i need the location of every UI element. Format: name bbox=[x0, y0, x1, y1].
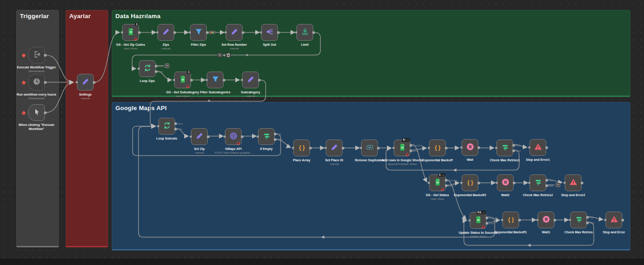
output-port[interactable] bbox=[312, 31, 315, 34]
output-port[interactable] bbox=[241, 135, 243, 138]
output-port[interactable] bbox=[377, 147, 380, 149]
node-box[interactable] bbox=[28, 74, 45, 91]
node-stop-and-error1[interactable]: Stop and Error1 bbox=[516, 139, 559, 162]
node-box[interactable] bbox=[565, 174, 582, 191]
input-port[interactable] bbox=[241, 79, 243, 81]
input-port[interactable] bbox=[536, 219, 539, 221]
input-port[interactable] bbox=[189, 31, 191, 34]
output-port[interactable] bbox=[553, 219, 556, 222]
input-port[interactable] bbox=[528, 182, 530, 184]
node-box[interactable] bbox=[326, 140, 343, 156]
output-port[interactable] bbox=[621, 219, 624, 222]
output-port[interactable] bbox=[277, 31, 280, 34]
node-box[interactable] bbox=[28, 104, 45, 121]
node-box[interactable]: doneloop bbox=[158, 118, 175, 135]
output-port-error[interactable] bbox=[445, 184, 448, 187]
node-box[interactable]: 1 bbox=[122, 24, 139, 41]
input-port[interactable] bbox=[224, 135, 226, 138]
output-port[interactable] bbox=[477, 182, 480, 184]
output-port[interactable] bbox=[309, 147, 312, 149]
output-port-success[interactable] bbox=[445, 179, 448, 182]
node-box[interactable] bbox=[157, 24, 174, 41]
output-port-error[interactable] bbox=[486, 222, 488, 225]
node-box[interactable]: { } bbox=[502, 212, 519, 228]
add-node-button[interactable]: + bbox=[165, 63, 169, 68]
output-port[interactable] bbox=[445, 147, 448, 149]
output-port[interactable] bbox=[518, 219, 521, 222]
node-box[interactable]: { } bbox=[429, 140, 446, 156]
node-box[interactable]: truefalse bbox=[496, 140, 513, 156]
node-execute-workflow-trigger[interactable]: Execute Workflow Trigger(Deactivated) bbox=[15, 47, 58, 73]
output-port-false[interactable] bbox=[274, 138, 277, 141]
output-port[interactable] bbox=[44, 54, 47, 57]
output-port-done[interactable] bbox=[174, 122, 177, 125]
input-port[interactable] bbox=[224, 31, 227, 34]
output-port-done[interactable] bbox=[155, 65, 157, 67]
connection-midpoint-dot[interactable] bbox=[246, 54, 248, 56]
input-port[interactable] bbox=[495, 147, 497, 149]
input-port[interactable] bbox=[428, 147, 430, 149]
output-port-false[interactable] bbox=[545, 184, 548, 187]
node-box[interactable] bbox=[606, 212, 622, 228]
output-port[interactable] bbox=[513, 182, 515, 184]
input-port[interactable] bbox=[569, 219, 571, 221]
input-port[interactable] bbox=[76, 81, 78, 83]
output-port[interactable] bbox=[545, 146, 548, 149]
node-box[interactable] bbox=[530, 139, 546, 156]
output-port-true[interactable] bbox=[545, 179, 548, 182]
node-box[interactable] bbox=[497, 174, 514, 191]
input-port[interactable] bbox=[138, 67, 140, 70]
input-port[interactable] bbox=[563, 182, 566, 184]
output-port-success[interactable] bbox=[486, 217, 488, 219]
node-stop-and-error[interactable]: Stop and Error bbox=[592, 212, 635, 234]
input-port[interactable] bbox=[360, 147, 362, 149]
node-box[interactable] bbox=[296, 24, 313, 41]
output-port-true[interactable] bbox=[512, 144, 515, 147]
node-box[interactable] bbox=[226, 24, 243, 41]
node-box[interactable] bbox=[28, 47, 45, 63]
input-port[interactable] bbox=[121, 31, 123, 34]
output-port[interactable] bbox=[44, 81, 47, 84]
add-node-button[interactable]: + bbox=[556, 183, 560, 187]
output-port-true[interactable] bbox=[274, 133, 277, 135]
add-node-on-connection-button[interactable]: + bbox=[217, 53, 222, 58]
output-port[interactable] bbox=[223, 79, 225, 82]
node-box[interactable]: truefalse bbox=[570, 212, 587, 228]
output-port-success[interactable] bbox=[410, 144, 412, 147]
input-port[interactable] bbox=[428, 182, 430, 184]
output-port[interactable] bbox=[258, 79, 261, 82]
node-manual-trigger[interactable]: When clicking "Execute Workflow" bbox=[15, 104, 58, 131]
output-port[interactable] bbox=[242, 31, 244, 34]
node-box[interactable] bbox=[462, 139, 478, 156]
node-box[interactable] bbox=[77, 74, 94, 91]
output-port-false[interactable] bbox=[586, 222, 589, 224]
input-port[interactable] bbox=[460, 182, 463, 184]
node-box[interactable] bbox=[242, 72, 259, 88]
output-port-false[interactable] bbox=[512, 149, 515, 152]
node-box[interactable] bbox=[261, 24, 278, 41]
output-port[interactable] bbox=[190, 79, 193, 82]
input-port[interactable] bbox=[468, 219, 471, 222]
input-port[interactable] bbox=[460, 146, 463, 149]
input-port[interactable] bbox=[156, 31, 158, 34]
node-box[interactable] bbox=[538, 212, 554, 228]
input-port[interactable] bbox=[392, 147, 395, 149]
input-port[interactable] bbox=[604, 219, 606, 221]
input-port[interactable] bbox=[260, 31, 262, 34]
node-box[interactable]: ↻ →SuccessError bbox=[394, 140, 410, 156]
input-port[interactable] bbox=[324, 147, 327, 149]
output-port-loop[interactable] bbox=[155, 70, 157, 73]
node-subcategory[interactable]: Subcategorymanual bbox=[229, 72, 272, 98]
node-box[interactable] bbox=[361, 140, 378, 156]
output-port[interactable] bbox=[342, 147, 344, 149]
node-box[interactable]: { } bbox=[462, 174, 478, 191]
input-port[interactable] bbox=[190, 135, 192, 138]
node-box[interactable]: truefalse bbox=[530, 174, 546, 191]
output-port[interactable] bbox=[93, 81, 95, 84]
node-box[interactable]: doneloop bbox=[139, 60, 156, 77]
output-port[interactable] bbox=[581, 182, 583, 184]
input-port[interactable] bbox=[157, 125, 159, 127]
connection-midpoint-dot[interactable] bbox=[208, 100, 210, 101]
input-port[interactable] bbox=[295, 31, 297, 34]
input-port[interactable] bbox=[292, 147, 294, 149]
